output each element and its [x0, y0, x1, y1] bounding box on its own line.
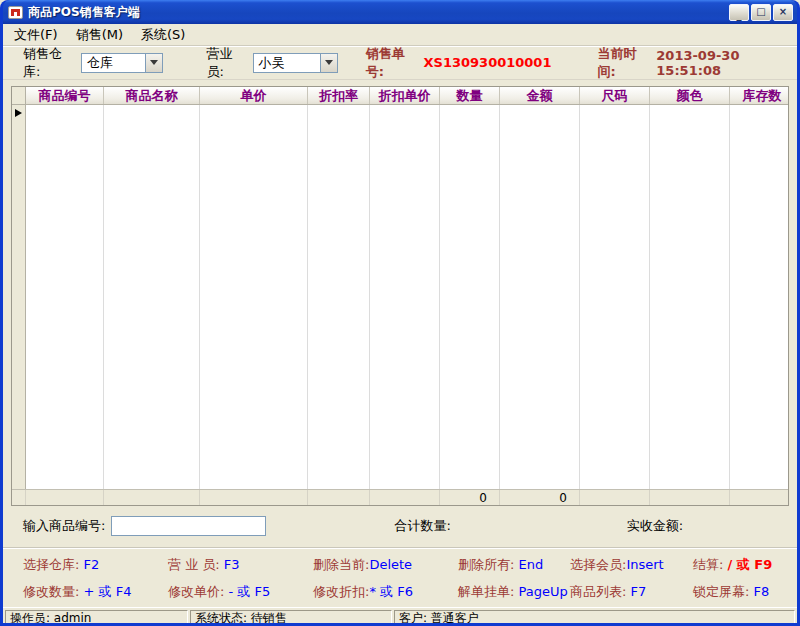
menu-system[interactable]: 系统(S) [132, 24, 194, 47]
table-totals-row: 0 0 [12, 489, 788, 505]
minimize-button[interactable]: _ [729, 4, 749, 21]
total-quantity-label: 合计数量: [394, 517, 450, 535]
hint-item-list: 商品列表: F7 [570, 583, 693, 601]
row-indicator-gutter [12, 105, 26, 489]
client-area: 文件(F) 销售(M) 系统(S) 销售仓库: 仓库 营业员: 小吴 销售单号:… [3, 24, 797, 623]
app-window: 商品POS销售客户端 _ □ × 文件(F) 销售(M) 系统(S) 销售仓库:… [0, 0, 800, 626]
clerk-select[interactable]: 小吴 [253, 53, 338, 73]
item-code-input[interactable] [111, 516, 266, 536]
table-body [12, 105, 788, 489]
close-button[interactable]: × [773, 4, 793, 21]
table-header-row: 商品编号 商品名称 单价 折扣率 折扣单价 数量 金额 尺码 颜色 库存数 [12, 87, 788, 105]
hint-delete-all: 删除所有: End [458, 556, 570, 574]
hotkey-hints: 选择仓库: F2 营 业 员: F3 删除当前:Delete 删除所有: End… [3, 547, 797, 607]
total-amount-cell: 0 [500, 490, 580, 505]
clerk-value: 小吴 [254, 54, 320, 72]
hint-select-member: 选择会员:Insert [570, 556, 693, 574]
status-operator: 操作员: admin [5, 610, 188, 623]
menu-file[interactable]: 文件(F) [5, 24, 67, 47]
clerk-label: 营业员: [207, 45, 247, 81]
column-header-size: 尺码 [580, 87, 650, 104]
window-title: 商品POS销售客户端 [28, 4, 140, 21]
column-header-item-code: 商品编号 [26, 87, 104, 104]
paid-amount-label: 实收金额: [627, 517, 683, 535]
warehouse-value: 仓库 [82, 54, 144, 72]
column-header-discount-price: 折扣单价 [370, 87, 440, 104]
hint-edit-price: 修改单价: - 或 F5 [168, 583, 313, 601]
column-header-item-name: 商品名称 [104, 87, 200, 104]
status-system-state: 系统状态: 待销售 [190, 610, 392, 623]
item-code-input-label: 输入商品编号: [23, 517, 105, 535]
chevron-down-icon[interactable] [145, 54, 162, 72]
menu-bar: 文件(F) 销售(M) 系统(S) [3, 24, 797, 46]
hotkey-row-1: 选择仓库: F2 营 业 员: F3 删除当前:Delete 删除所有: End… [23, 551, 797, 578]
order-number-label: 销售单号: [366, 45, 419, 81]
hint-edit-discount: 修改折扣:* 或 F6 [313, 583, 458, 601]
status-bar: 操作员: admin 系统状态: 待销售 客户: 普通客户 [3, 607, 797, 623]
minimize-icon: _ [737, 8, 742, 22]
status-customer: 客户: 普通客户 [394, 610, 795, 623]
hint-delete-current: 删除当前:Delete [313, 556, 458, 574]
menu-sales[interactable]: 销售(M) [67, 24, 132, 47]
order-number-value: XS130930010001 [424, 55, 552, 70]
current-time-value: 2013-09-30 15:51:08 [656, 48, 797, 78]
hint-lock-screen: 锁定屏幕: F8 [693, 583, 797, 601]
column-header-stock: 库存数 [730, 87, 794, 104]
title-bar: 商品POS销售客户端 _ □ × [3, 0, 797, 24]
hint-hold-resume-order: 解单挂单: PageUp [458, 583, 570, 601]
column-header-color: 颜色 [650, 87, 730, 104]
chevron-down-icon[interactable] [320, 54, 337, 72]
close-icon: × [779, 5, 787, 19]
row-indicator-header [12, 87, 26, 104]
app-icon [8, 6, 23, 19]
maximize-button[interactable]: □ [751, 4, 771, 21]
window-controls: _ □ × [729, 4, 793, 21]
column-header-quantity: 数量 [440, 87, 500, 104]
toolbar: 销售仓库: 仓库 营业员: 小吴 销售单号: XS130930010001 当前… [3, 46, 797, 80]
entry-row: 输入商品编号: 合计数量: 实收金额: [23, 515, 789, 537]
hint-select-clerk: 营 业 员: F3 [168, 556, 313, 574]
column-header-amount: 金额 [500, 87, 580, 104]
hint-select-warehouse: 选择仓库: F2 [23, 556, 168, 574]
warehouse-select[interactable]: 仓库 [81, 53, 162, 73]
hint-checkout: 结算: / 或 F9 [693, 556, 797, 574]
current-time-label: 当前时间: [597, 45, 650, 81]
hotkey-row-2: 修改数量: + 或 F4 修改单价: - 或 F5 修改折扣:* 或 F6 解单… [23, 578, 797, 605]
warehouse-label: 销售仓库: [23, 45, 75, 81]
maximize-icon: □ [756, 5, 765, 19]
column-header-discount-rate: 折扣率 [308, 87, 370, 104]
items-table: 商品编号 商品名称 单价 折扣率 折扣单价 数量 金额 尺码 颜色 库存数 [11, 86, 789, 506]
total-quantity-cell: 0 [440, 490, 500, 505]
hint-edit-quantity: 修改数量: + 或 F4 [23, 583, 168, 601]
column-header-unit-price: 单价 [200, 87, 308, 104]
current-row-arrow-icon [15, 109, 22, 117]
